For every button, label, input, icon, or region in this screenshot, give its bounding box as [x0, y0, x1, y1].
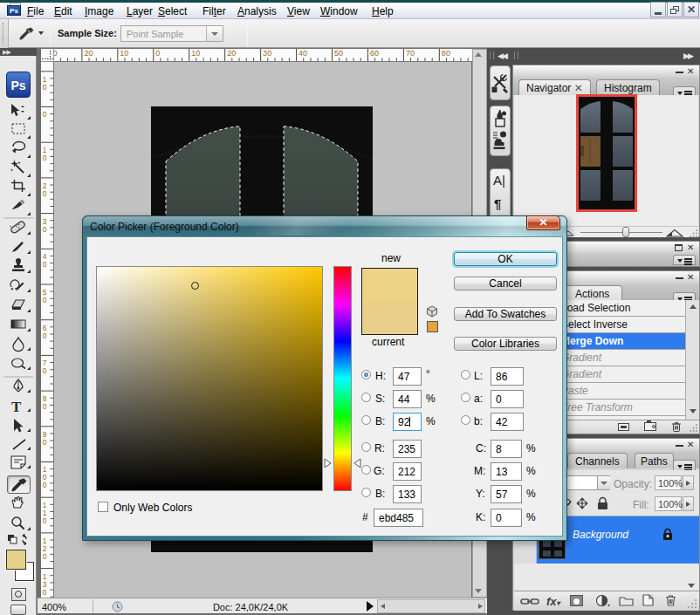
svg-text:0: 0 [43, 552, 47, 561]
svg-text:60: 60 [370, 50, 379, 58]
svg-text:80: 80 [442, 50, 450, 58]
svg-text:0: 0 [43, 331, 47, 339]
svg-text:0: 0 [43, 366, 47, 375]
svg-text:20: 20 [84, 50, 93, 58]
svg-text:30: 30 [263, 50, 271, 58]
svg-text:0: 0 [43, 438, 47, 447]
svg-text:0: 0 [43, 83, 47, 92]
svg-text:70: 70 [406, 50, 415, 58]
svg-text:0: 0 [43, 402, 47, 411]
svg-text:0: 0 [43, 260, 47, 269]
svg-text:0: 0 [43, 516, 47, 525]
svg-text:40: 40 [299, 50, 307, 58]
svg-text:20: 20 [227, 50, 236, 58]
svg-text:0: 0 [43, 189, 47, 198]
svg-text:0: 0 [43, 587, 47, 596]
svg-text:0: 0 [43, 224, 47, 233]
svg-text:0: 0 [43, 154, 47, 162]
svg-text:0: 0 [43, 110, 47, 119]
svg-text:0: 0 [155, 50, 160, 58]
svg-text:10: 10 [191, 50, 200, 58]
svg-text:50: 50 [334, 50, 343, 58]
svg-text:0: 0 [43, 296, 47, 304]
svg-text:T: T [11, 399, 22, 415]
svg-text:0: 0 [43, 481, 47, 489]
svg-text:10: 10 [120, 50, 128, 58]
